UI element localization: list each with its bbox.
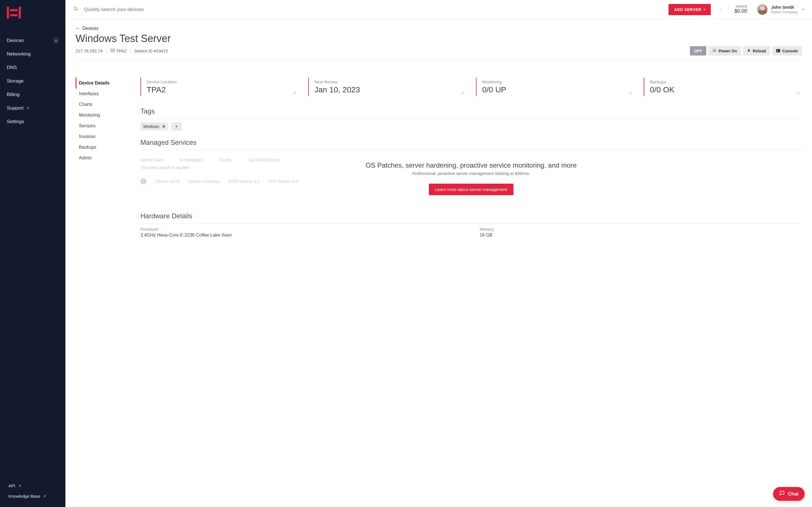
reload-button[interactable]: Reload	[743, 46, 770, 55]
stat-next-renew[interactable]: Next Renew Jan 10, 2023	[308, 78, 466, 96]
user-menu[interactable]: John Smith Demo Company ▾	[757, 4, 804, 15]
page-title: Windows Test Server	[75, 33, 802, 45]
notifications-icon[interactable]	[720, 5, 728, 14]
nav-devices[interactable]: Devices ▾	[0, 34, 65, 47]
close-icon[interactable]: ✕	[162, 124, 165, 129]
external-link-icon: ↗	[26, 106, 30, 110]
expand-icon	[293, 91, 296, 94]
nav-api[interactable]: API ↗	[0, 481, 65, 491]
device-meta: 217.79.252.74 | TPA2 | Device ID #23472	[75, 48, 168, 53]
unpaid-value: $0.00	[734, 8, 747, 14]
section-managed-heading: Managed Services	[140, 138, 802, 150]
primary-nav: Devices ▾ Networking DNS Storage Billing…	[0, 25, 65, 128]
external-link-icon: ↗	[42, 494, 47, 499]
chevron-down-icon[interactable]: ▾	[53, 38, 59, 43]
stat-backups[interactable]: Backups 0/0 OK	[644, 78, 802, 96]
svg-rect-0	[111, 49, 114, 50]
chat-widget[interactable]: Chat	[773, 487, 805, 501]
breadcrumb-back[interactable]: ← Devices	[75, 26, 98, 31]
arrow-left-icon: ←	[75, 26, 80, 31]
button-label: Console	[782, 49, 798, 53]
hw-processor-label: Processor	[140, 227, 463, 231]
stat-cards: Device Location TPA2 Next Renew Jan 10, …	[140, 78, 802, 96]
button-label: ADD SERVER	[674, 7, 702, 12]
nav-billing[interactable]: Billing	[0, 88, 65, 101]
subnav-monitoring[interactable]: Monitoring	[75, 110, 140, 121]
add-tag-button[interactable]: ＋	[171, 122, 182, 131]
device-subnav: Device Details Interfaces Charts Monitor…	[75, 78, 140, 249]
unpaid-label: UNPAID	[734, 5, 747, 8]
nav-label: DNS	[7, 65, 17, 70]
nav-settings[interactable]: Settings	[0, 115, 65, 128]
subnav-sensors[interactable]: Sensors	[75, 121, 140, 131]
stat-device-location[interactable]: Device Location TPA2	[140, 78, 299, 96]
avatar	[757, 4, 768, 15]
nav-networking[interactable]: Networking	[0, 47, 65, 61]
power-state-badge[interactable]: OFF	[690, 46, 706, 55]
user-company: Demo Company	[771, 10, 798, 14]
user-name: John Smith	[771, 5, 798, 10]
learn-more-button[interactable]: Learn more about server management	[429, 184, 513, 195]
external-link-icon: ↗	[17, 484, 21, 488]
subnav-charts[interactable]: Charts	[75, 99, 140, 110]
subnav-interfaces[interactable]: Interfaces	[75, 89, 140, 99]
lock-icon	[747, 48, 751, 53]
nav-label: Knowledge Base	[8, 494, 40, 499]
brand-logo[interactable]	[0, 0, 65, 25]
chat-label: Chat	[788, 491, 799, 497]
tags-row: Windows ✕ ＋	[140, 122, 802, 131]
nav-label: Billing	[7, 92, 19, 98]
nav-label: Storage	[7, 78, 24, 84]
chevron-down-icon: ▾	[704, 8, 705, 11]
expand-icon	[796, 91, 799, 94]
device-id: Device ID #23472	[134, 48, 168, 53]
tag-label: Windows	[143, 124, 159, 129]
nav-label: Settings	[7, 119, 24, 124]
power-on-button[interactable]: Power On	[709, 46, 741, 55]
hw-memory-value: 16 GB	[479, 233, 802, 238]
terminal-icon	[776, 49, 780, 53]
hw-memory-label: Memory	[479, 227, 802, 231]
hardware-details: Processor 3.4GHz Hexa-Core E-2236 Coffee…	[140, 227, 802, 238]
unpaid-balance[interactable]: UNPAID $0.00	[734, 5, 749, 14]
button-label: Reload	[753, 49, 766, 53]
stat-monitoring[interactable]: Monitoring 0/0 UP	[476, 78, 634, 96]
nav-support[interactable]: Support ↗	[0, 101, 65, 115]
svg-rect-1	[111, 51, 114, 52]
section-tags-heading: Tags	[140, 107, 802, 119]
nav-label: Devices	[7, 38, 24, 43]
sidebar-footer: API ↗ Knowledge Base ↗	[0, 481, 65, 507]
device-ip: 217.79.252.74	[75, 48, 103, 53]
chat-icon	[779, 490, 785, 497]
button-label: Power On	[719, 49, 737, 53]
expand-icon	[461, 91, 463, 94]
nav-label: Networking	[7, 51, 31, 57]
device-location: TPA2	[116, 48, 126, 53]
chevron-down-icon: ▾	[803, 8, 804, 11]
breadcrumb-label: Devices	[82, 26, 98, 31]
hw-processor-value: 3.4GHz Hexa-Core E-2236 Coffee Lake Xeon	[140, 233, 463, 238]
search-input[interactable]	[84, 6, 663, 13]
managed-services-panel: Kernel Care 0 messages 0 Lists No RAID D…	[140, 156, 802, 198]
nav-storage[interactable]: Storage	[0, 74, 65, 88]
subnav-device-details[interactable]: Device Details	[75, 78, 140, 89]
nav-label: Support	[7, 105, 24, 111]
topbar: ADD SERVER ▾ UNPAID $0.00 John Smith Dem…	[65, 0, 812, 19]
managed-overlay-sub: Professional, proactive server managemen…	[140, 171, 802, 176]
add-server-button[interactable]: ADD SERVER ▾	[668, 4, 711, 15]
tag-chip[interactable]: Windows ✕	[140, 122, 168, 130]
subnav-backups[interactable]: Backups	[75, 142, 140, 153]
subnav-invoices[interactable]: Invoices	[75, 131, 140, 142]
search-icon	[73, 6, 79, 12]
sidebar: Devices ▾ Networking DNS Storage Billing…	[0, 0, 65, 507]
console-button[interactable]: Console	[772, 46, 802, 55]
nav-label: API	[8, 483, 15, 488]
subnav-admin[interactable]: Admin	[75, 153, 140, 163]
server-icon	[110, 48, 115, 53]
nav-dns[interactable]: DNS	[0, 61, 65, 74]
device-actions: OFF Power On Reload Console	[690, 46, 802, 55]
expand-icon	[628, 91, 631, 94]
nav-knowledge-base[interactable]: Knowledge Base ↗	[0, 491, 65, 501]
section-hardware-heading: Hardware Details	[140, 212, 802, 224]
svg-rect-2	[776, 49, 780, 52]
